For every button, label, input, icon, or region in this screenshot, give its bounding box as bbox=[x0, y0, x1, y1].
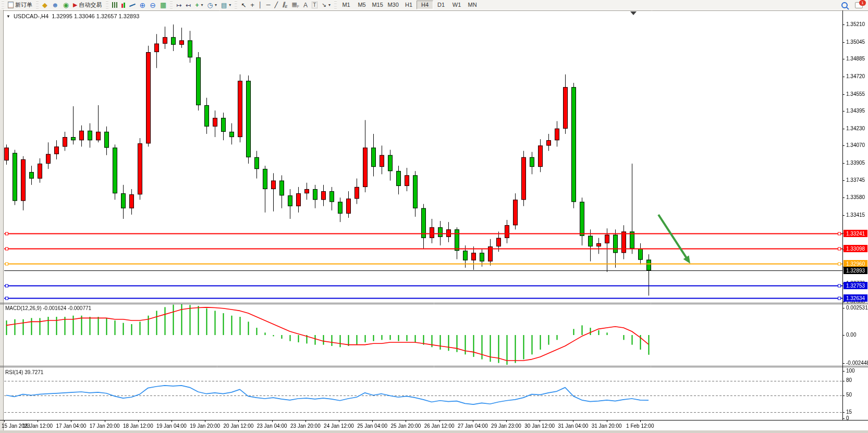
trendline-button[interactable]: ╱ bbox=[273, 1, 280, 9]
vertical-line-button[interactable]: │ bbox=[256, 1, 264, 9]
equidistant-channel-icon: ∥E bbox=[282, 2, 287, 8]
line-chart-button[interactable] bbox=[127, 1, 138, 9]
chevron-down-icon: ▾ bbox=[215, 3, 217, 7]
zoom-in-icon: ⊕ bbox=[140, 2, 146, 9]
tile-windows-icon: ▦ bbox=[160, 2, 166, 8]
clock-icon: ◷ bbox=[207, 2, 212, 8]
horizontal-line-icon: ─ bbox=[266, 2, 271, 8]
period-button-m15[interactable]: M15 bbox=[370, 1, 385, 9]
toolbar-grip bbox=[235, 2, 237, 8]
new-order-button[interactable]: 新订单 bbox=[6, 1, 34, 9]
period-button-h4[interactable]: H4 bbox=[417, 1, 433, 9]
trading-terminal: { "toolbar": { "new_order_label": "新订单",… bbox=[0, 0, 868, 433]
period-button-m1[interactable]: M1 bbox=[338, 1, 354, 9]
text-button[interactable]: A bbox=[301, 1, 310, 9]
profile-icon: ☻ bbox=[52, 2, 59, 8]
main-toolbar: 新订单 ◆ ☻ ◉ ▶ 自动交易 ⊕ ⊖ ▦ ↦ ↤ +▾ ◷▾ ▤▾ ↖ + … bbox=[0, 0, 868, 10]
indicators-plus-icon: + bbox=[195, 2, 199, 8]
period-button-mn[interactable]: MN bbox=[464, 1, 480, 9]
signals-icon: ◉ bbox=[63, 2, 69, 8]
templates-button[interactable]: ▤▾ bbox=[219, 1, 233, 9]
profile-button[interactable]: ☻ bbox=[50, 1, 61, 9]
chart-shift-icon: ↤ bbox=[186, 2, 191, 8]
text-label-button[interactable]: T bbox=[310, 1, 320, 9]
auto-scroll-icon: ↦ bbox=[176, 2, 181, 8]
candlestick-chart-button[interactable] bbox=[119, 1, 127, 9]
chat-icon[interactable]: 1 bbox=[855, 2, 863, 8]
bar-chart-icon bbox=[112, 2, 117, 8]
search-icon[interactable] bbox=[841, 2, 848, 8]
price-chart-canvas[interactable] bbox=[0, 10, 868, 433]
chart-shift-button[interactable]: ↤ bbox=[184, 1, 193, 9]
period-button-w1[interactable]: W1 bbox=[449, 1, 464, 9]
period-button-d1[interactable]: D1 bbox=[433, 1, 449, 9]
zoom-out-icon: ⊖ bbox=[150, 2, 156, 9]
toolbar-grip bbox=[2, 2, 4, 8]
crosshair-icon: + bbox=[250, 2, 254, 8]
fibonacci-button[interactable]: ▦F bbox=[289, 1, 301, 9]
symbol-dropdown-icon[interactable]: ▼ bbox=[6, 14, 10, 19]
gold-diamond-icon: ◆ bbox=[42, 2, 47, 8]
zoom-out-button[interactable]: ⊖ bbox=[148, 1, 158, 9]
cursor-icon: ↖ bbox=[241, 2, 246, 8]
market-watch-button[interactable]: ◆ bbox=[40, 1, 50, 9]
toolbar-grip bbox=[334, 2, 337, 8]
new-order-label: 新订单 bbox=[15, 1, 32, 9]
chart-title-bar: ▼ USDCAD-,H4 1.32995 1.33046 1.32657 1.3… bbox=[6, 13, 139, 19]
line-chart-icon bbox=[129, 3, 136, 6]
chart-ohlc-values: 1.32995 1.33046 1.32657 1.32893 bbox=[52, 13, 139, 19]
indicators-button[interactable]: +▾ bbox=[193, 1, 205, 9]
trendline-icon: ╱ bbox=[275, 2, 278, 8]
timeframes-button[interactable]: ◷▾ bbox=[205, 1, 219, 9]
crosshair-button[interactable]: + bbox=[248, 1, 256, 9]
chart-window: ▼ USDCAD-,H4 1.32995 1.33046 1.32657 1.3… bbox=[0, 10, 868, 433]
channel-button[interactable]: ∥E bbox=[280, 1, 289, 9]
vertical-line-icon: │ bbox=[259, 2, 262, 8]
chevron-down-icon: ▾ bbox=[201, 3, 203, 7]
macd-indicator-label: MACD(12,26,9) -0.001624 -0.000771 bbox=[5, 305, 91, 311]
cursor-button[interactable]: ↖ bbox=[239, 1, 248, 9]
auto-scroll-button[interactable]: ↦ bbox=[174, 1, 184, 9]
rsi-indicator-label: RSI(14) 39.7271 bbox=[5, 369, 43, 375]
period-button-h1[interactable]: H1 bbox=[401, 1, 417, 9]
timeframe-switcher: M1M5M15M30H1H4D1W1MN bbox=[338, 1, 480, 9]
notification-badge: 1 bbox=[859, 0, 866, 6]
tile-windows-button[interactable]: ▦ bbox=[158, 1, 168, 9]
horizontal-line-button[interactable]: ─ bbox=[264, 1, 273, 9]
autotrading-label: 自动交易 bbox=[79, 1, 102, 9]
zoom-in-button[interactable]: ⊕ bbox=[138, 1, 148, 9]
toolbar-grip bbox=[170, 2, 173, 8]
text-icon: A bbox=[303, 2, 308, 8]
fibonacci-icon: ▦F bbox=[291, 2, 299, 8]
toolbar-grip bbox=[106, 2, 108, 8]
chart-symbol-title: USDCAD-,H4 bbox=[14, 13, 48, 19]
period-button-m30[interactable]: M30 bbox=[385, 1, 401, 9]
template-icon: ▤ bbox=[221, 2, 227, 8]
autotrading-icon: ▶ bbox=[73, 2, 77, 8]
chevron-down-icon: ▾ bbox=[229, 3, 231, 7]
arrow-objects-icon: ↘ bbox=[322, 2, 326, 8]
text-label-icon: T bbox=[312, 2, 317, 8]
new-order-icon bbox=[8, 2, 14, 8]
chevron-down-icon: ▾ bbox=[328, 3, 331, 7]
candlestick-chart-icon bbox=[121, 2, 125, 8]
signals-button[interactable]: ◉ bbox=[61, 1, 71, 9]
bar-chart-button[interactable] bbox=[110, 1, 119, 9]
toolbar-grip bbox=[36, 2, 39, 8]
autotrading-button[interactable]: ▶ 自动交易 bbox=[71, 1, 104, 9]
arrows-button[interactable]: ↘▾ bbox=[320, 1, 333, 9]
period-button-m5[interactable]: M5 bbox=[354, 1, 370, 9]
